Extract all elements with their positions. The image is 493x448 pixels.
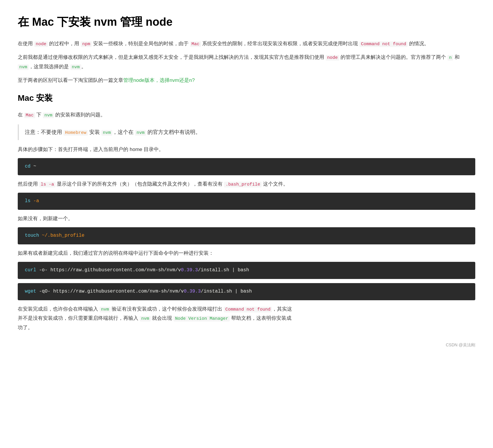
- code-touch-arg: ~/.bash_profile: [39, 233, 85, 238]
- intro-paragraph-3: 至于两者的区别可以看一下淘宝团队的一篇文章管理node版本，选择nvm还是n?: [18, 76, 475, 85]
- code-curl-arg1: -o- https://raw.githubusercontent.com/nv…: [36, 267, 181, 273]
- inline-code-n: n: [447, 55, 453, 61]
- inline-code-cnf: Command not found: [359, 41, 408, 47]
- inline-bash-profile: .bash_profile: [224, 182, 262, 187]
- inline-ls: ls -a: [39, 182, 56, 187]
- code-block-ls: ls -a: [18, 193, 475, 210]
- code-curl-end: /install.sh | bash: [198, 267, 249, 273]
- code-block-cd: cd ~: [18, 158, 475, 175]
- code-wget-version: 0.39.3: [184, 289, 201, 294]
- code-wget-cmd: wget: [25, 289, 36, 294]
- inline-nvm-final2: nvm: [140, 316, 151, 322]
- footer-author: CSDN @吴法刚: [18, 341, 475, 349]
- inline-code-nvm2: nvm: [70, 64, 81, 70]
- steps-p4: 如果有或者新建完成后，我们通过官方的说明在终端中运行下面命令中的一种进行安装：: [18, 249, 475, 258]
- inline-code-node: node: [34, 41, 48, 47]
- code-block-curl: curl -o- https://raw.githubusercontent.c…: [18, 262, 475, 279]
- page-title: 在 Mac 下安装 nvm 管理 node: [18, 12, 475, 32]
- inline-nvm4: nvm: [101, 130, 112, 136]
- inline-code-mac: Mac: [190, 41, 201, 47]
- code-ls-cmd: ls: [25, 198, 30, 204]
- inline-nvm-final1: nvm: [100, 307, 111, 312]
- code-wget-arg1: -qO- https://raw.githubusercontent.com/n…: [36, 289, 184, 294]
- mac-intro: 在 Mac 下 nvm 的安装和遇到的问题。: [18, 110, 475, 120]
- section-mac-install: Mac 安装: [18, 91, 475, 105]
- steps-p1: 具体的步骤如下：首先打开终端，进入当前用户的 home 目录中。: [18, 145, 475, 154]
- inline-code-nvm: nvm: [18, 64, 29, 70]
- code-ls-arg: -a: [30, 198, 39, 204]
- inline-nvm5: nvm: [135, 130, 146, 136]
- taobao-link[interactable]: 管理node版本，选择nvm还是n?: [123, 77, 195, 83]
- inline-cnf-final: Command not found: [224, 307, 272, 312]
- code-block-touch: touch ~/.bash_profile: [18, 227, 475, 244]
- steps-p3: 如果没有，则新建一个。: [18, 214, 475, 223]
- code-curl-cmd: curl: [25, 267, 36, 273]
- inline-nvm-manager: Node Version Manager: [173, 316, 230, 322]
- blockquote-warning: 注意：不要使用 Homebrew 安装 nvm，这个在 nvm 的官方文档中有说…: [18, 124, 475, 140]
- inline-code-node2: node: [326, 55, 339, 61]
- intro-paragraph-2: 之前我都是通过使用修改权限的方式来解决，但是太麻烦又感觉不太安全，于是我就到网上…: [18, 53, 475, 72]
- code-block-wget: wget -qO- https://raw.githubusercontent.…: [18, 283, 475, 300]
- code-touch-cmd: touch: [25, 233, 39, 238]
- inline-nvm3: nvm: [43, 113, 54, 118]
- inline-homebrew: Homebrew: [64, 130, 88, 136]
- inline-code-npm: npm: [81, 41, 92, 47]
- intro-paragraph-1: 在使用 node 的过程中，用 npm 安装一些模块，特别是全局包的时候，由于 …: [18, 39, 475, 48]
- inline-mac: Mac: [24, 113, 35, 118]
- code-cd-cmd: cd: [25, 164, 30, 169]
- steps-p2: 然后使用 ls -a 显示这个目录下的所有文件（夹）（包含隐藏文件及文件夹），查…: [18, 179, 475, 189]
- code-curl-version: 0.39.3: [181, 267, 198, 273]
- code-cd-arg: ~: [30, 164, 36, 169]
- code-wget-end: /install.sh | bash: [201, 289, 252, 294]
- final-paragraph: 在安装完成后，也许你会在终端输入 nvm 验证有没有安装成功，这个时候你会发现终…: [18, 304, 475, 332]
